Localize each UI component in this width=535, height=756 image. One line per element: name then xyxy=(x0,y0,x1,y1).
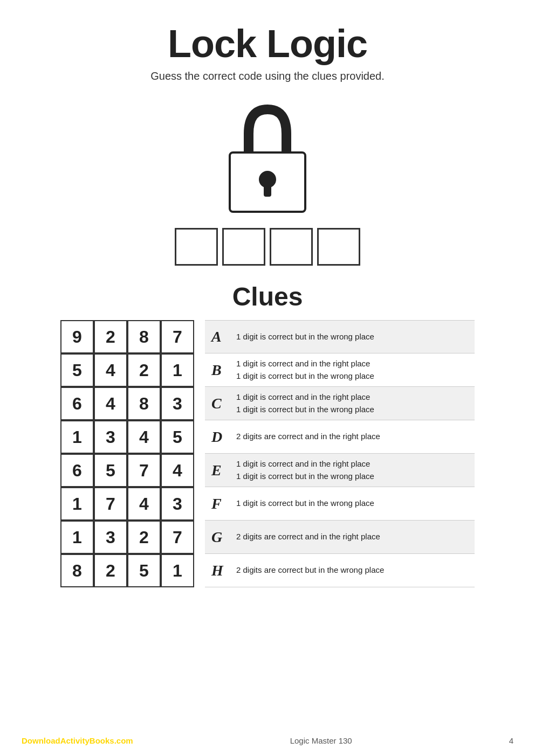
grid-cell-5-2: 4 xyxy=(127,487,161,521)
main-content: 92875421648313456574174313278251 A1 digi… xyxy=(32,320,503,587)
grid-cell-2-1: 4 xyxy=(94,387,127,420)
grid-row-7: 8251 xyxy=(60,554,194,587)
page-title: Lock Logic xyxy=(168,22,367,66)
clue-row-e: E1 digit is correct and in the right pla… xyxy=(205,454,475,487)
clue-row-b: B1 digit is correct and in the right pla… xyxy=(205,353,475,387)
grid-cell-4-3: 4 xyxy=(161,454,194,487)
clues-title: Clues xyxy=(232,282,303,311)
grid-cell-1-3: 1 xyxy=(161,353,194,387)
code-box-2 xyxy=(222,228,265,266)
clue-row-d: D2 digits are correct and in the right p… xyxy=(205,420,475,454)
grid-cell-6-2: 2 xyxy=(127,521,161,554)
clues-list: A1 digit is correct but in the wrong pla… xyxy=(205,320,475,587)
grid-cell-2-2: 8 xyxy=(127,387,161,420)
clue-row-c: C1 digit is correct and in the right pla… xyxy=(205,387,475,420)
grid-cell-7-2: 5 xyxy=(127,554,161,587)
clue-text-d: 2 digits are correct and in the right pl… xyxy=(236,431,380,443)
clue-text-e: 1 digit is correct and in the right plac… xyxy=(236,458,374,482)
grid-cell-0-3: 7 xyxy=(161,320,194,353)
grid-row-5: 1743 xyxy=(60,487,194,521)
clue-row-h: H2 digits are correct but in the wrong p… xyxy=(205,554,475,587)
clue-letter-f: F xyxy=(211,495,231,512)
clue-text-g: 2 digits are correct and in the right pl… xyxy=(236,531,380,543)
footer: DownloadActivityBooks.com Logic Master 1… xyxy=(0,736,535,745)
clue-letter-a: A xyxy=(211,328,231,345)
svg-rect-2 xyxy=(264,185,271,197)
clue-row-a: A1 digit is correct but in the wrong pla… xyxy=(205,320,475,353)
grid-row-1: 5421 xyxy=(60,353,194,387)
grid-cell-5-3: 3 xyxy=(161,487,194,521)
grid-cell-3-0: 1 xyxy=(60,420,94,454)
grid-row-6: 1327 xyxy=(60,521,194,554)
grid-cell-7-3: 1 xyxy=(161,554,194,587)
grid-cell-5-1: 7 xyxy=(94,487,127,521)
grid-cell-7-0: 8 xyxy=(60,554,94,587)
code-box-1 xyxy=(175,228,218,266)
grid-cell-4-2: 7 xyxy=(127,454,161,487)
clue-text-h: 2 digits are correct but in the wrong pl… xyxy=(236,564,384,577)
code-answer-boxes xyxy=(175,228,360,266)
grid-cell-1-2: 2 xyxy=(127,353,161,387)
clue-letter-g: G xyxy=(211,529,231,546)
clue-text-a: 1 digit is correct but in the wrong plac… xyxy=(236,331,374,343)
clue-letter-h: H xyxy=(211,562,231,579)
code-box-3 xyxy=(270,228,313,266)
footer-series: Logic Master 130 xyxy=(290,736,352,745)
grid-cell-6-3: 7 xyxy=(161,521,194,554)
grid-cell-6-0: 1 xyxy=(60,521,94,554)
grid-row-0: 9287 xyxy=(60,320,194,353)
footer-page: 4 xyxy=(509,736,513,745)
footer-website: DownloadActivityBooks.com xyxy=(22,736,133,745)
clue-letter-e: E xyxy=(211,462,231,479)
grid-cell-6-1: 3 xyxy=(94,521,127,554)
grid-cell-3-2: 4 xyxy=(127,420,161,454)
number-grid: 92875421648313456574174313278251 xyxy=(60,320,194,587)
code-box-4 xyxy=(317,228,360,266)
clue-row-g: G2 digits are correct and in the right p… xyxy=(205,521,475,554)
grid-cell-3-3: 5 xyxy=(161,420,194,454)
grid-row-2: 6483 xyxy=(60,387,194,420)
grid-cell-0-2: 8 xyxy=(127,320,161,353)
grid-cell-5-0: 1 xyxy=(60,487,94,521)
grid-cell-0-0: 9 xyxy=(60,320,94,353)
clue-text-c: 1 digit is correct and in the right plac… xyxy=(236,391,374,415)
clue-row-f: F1 digit is correct but in the wrong pla… xyxy=(205,487,475,521)
grid-cell-1-1: 4 xyxy=(94,353,127,387)
grid-cell-4-1: 5 xyxy=(94,454,127,487)
grid-cell-2-3: 3 xyxy=(161,387,194,420)
grid-cell-7-1: 2 xyxy=(94,554,127,587)
lock-icon xyxy=(214,99,321,217)
clue-letter-c: C xyxy=(211,395,231,412)
clue-letter-d: D xyxy=(211,428,231,446)
grid-cell-2-0: 6 xyxy=(60,387,94,420)
grid-cell-1-0: 5 xyxy=(60,353,94,387)
page: Lock Logic Guess the correct code using … xyxy=(0,0,535,756)
grid-row-4: 6574 xyxy=(60,454,194,487)
clue-text-f: 1 digit is correct but in the wrong plac… xyxy=(236,497,374,510)
grid-cell-3-1: 3 xyxy=(94,420,127,454)
grid-row-3: 1345 xyxy=(60,420,194,454)
grid-cell-0-1: 2 xyxy=(94,320,127,353)
page-subtitle: Guess the correct code using the clues p… xyxy=(150,70,385,82)
grid-cell-4-0: 6 xyxy=(60,454,94,487)
clue-text-b: 1 digit is correct and in the right plac… xyxy=(236,358,374,382)
clue-letter-b: B xyxy=(211,362,231,379)
